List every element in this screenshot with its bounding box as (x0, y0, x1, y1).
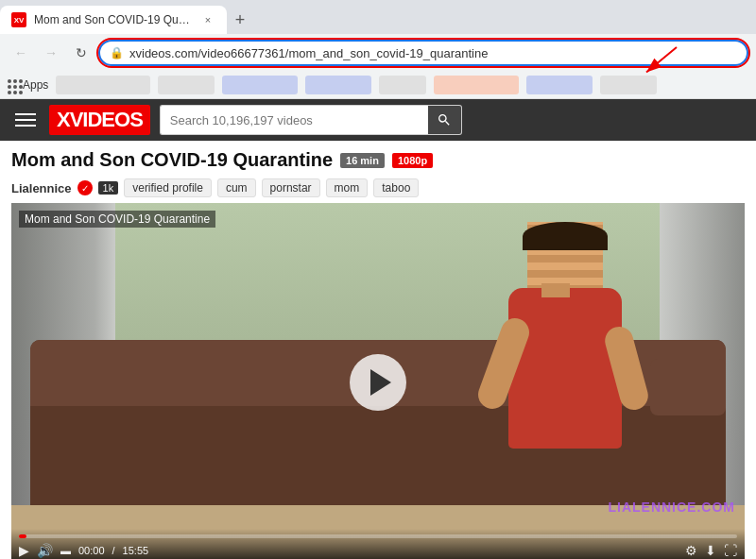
hamburger-menu-button[interactable] (11, 110, 40, 130)
video-player[interactable]: Mom and Son COVID-19 Quarantine LIALENNI… (11, 203, 745, 559)
hair (523, 222, 608, 250)
site-logo[interactable]: XVIDEOS (49, 105, 150, 135)
bookmark-item[interactable] (56, 76, 150, 94)
bookmark-item[interactable] (434, 76, 519, 94)
video-title-overlay: Mom and Son COVID-19 Quarantine (19, 211, 215, 228)
bookmark-item[interactable] (158, 76, 215, 94)
search-button[interactable] (428, 105, 462, 135)
search-input[interactable] (160, 105, 428, 135)
bookmark-item[interactable] (305, 76, 371, 94)
play-button[interactable] (350, 354, 406, 411)
back-button[interactable]: ← (8, 40, 34, 66)
time-separator: / (112, 545, 115, 556)
bookmark-item[interactable] (600, 76, 657, 94)
browser-chrome: XV Mom and Son COVID-19 Qua... × + ← → ↻… (0, 0, 756, 99)
tab-favicon: XV (11, 12, 26, 27)
volume-bar[interactable]: ▬ (60, 545, 71, 556)
progress-fill (19, 534, 26, 538)
ssl-lock-icon: 🔒 (110, 46, 124, 59)
address-bar[interactable]: 🔒 xvideos.com/video66677361/mom_and_son_… (98, 40, 748, 66)
address-bar-row: ← → ↻ 🔒 xvideos.com/video66677361/mom_an… (0, 34, 756, 72)
new-tab-button[interactable]: + (227, 7, 253, 33)
tag-verified-profile[interactable]: verified profile (124, 178, 212, 197)
neck (541, 283, 570, 297)
person (480, 222, 650, 449)
download-icon[interactable]: ⬇ (705, 543, 716, 558)
bookmarks-bar: Apps (0, 72, 756, 98)
fullscreen-icon[interactable]: ⛶ (724, 543, 737, 558)
tag-cum[interactable]: cum (217, 178, 256, 197)
progress-bar[interactable] (19, 534, 737, 538)
address-bar-container: 🔒 xvideos.com/video66677361/mom_and_son_… (98, 40, 748, 66)
tab-title: Mom and Son COVID-19 Qua... (34, 13, 193, 26)
bookmark-item[interactable] (222, 76, 298, 94)
video-title: Mom and Son COVID-19 Quarantine (11, 149, 333, 171)
bookmark-item[interactable] (379, 76, 426, 94)
time-total: 15:55 (123, 545, 149, 556)
play-pause-button[interactable]: ▶ (19, 543, 29, 558)
active-tab[interactable]: XV Mom and Son COVID-19 Qua... × (0, 6, 227, 34)
dress (508, 288, 622, 449)
settings-icon[interactable]: ⚙ (685, 543, 697, 558)
page-content: XVIDEOS Mom and Son COVID-19 Quarantine … (0, 99, 756, 559)
apps-grid-icon (8, 79, 19, 91)
couch-armrest (650, 359, 726, 415)
duration-badge: 16 min (340, 153, 385, 168)
tab-close-button[interactable]: × (200, 12, 215, 27)
controls-row: ▶ 🔊 ▬ 00:00 / 15:55 ⚙ ⬇ ⛶ (19, 543, 737, 558)
verified-icon: ✓ (77, 180, 93, 195)
video-title-row: Mom and Son COVID-19 Quarantine 16 min 1… (11, 149, 745, 171)
tab-bar: XV Mom and Son COVID-19 Qua... × + (0, 0, 756, 34)
apps-label: Apps (23, 78, 48, 92)
search-icon (437, 112, 452, 127)
tags-row: Lialennice ✓ 1k verified profile cum por… (0, 175, 756, 203)
bookmark-item[interactable] (526, 76, 593, 94)
subscriber-badge: 1k (98, 181, 119, 195)
watermark: LIALENNICE.COM (608, 500, 735, 515)
apps-bookmark[interactable]: Apps (8, 78, 48, 92)
right-controls: ⚙ ⬇ ⛶ (685, 543, 737, 558)
search-container (160, 105, 462, 135)
volume-button[interactable]: 🔊 (37, 543, 53, 558)
url-text: xvideos.com/video66677361/mom_and_son_co… (129, 46, 737, 60)
video-controls: ▶ 🔊 ▬ 00:00 / 15:55 ⚙ ⬇ ⛶ (11, 529, 745, 559)
forward-button[interactable]: → (38, 40, 64, 66)
refresh-button[interactable]: ↻ (68, 40, 94, 66)
video-title-area: Mom and Son COVID-19 Quarantine 16 min 1… (0, 142, 756, 175)
tag-pornstar[interactable]: pornstar (262, 178, 320, 197)
tag-mom[interactable]: mom (326, 178, 369, 197)
quality-badge: 1080p (392, 153, 433, 168)
bookmarks-list (56, 76, 748, 94)
tag-taboo[interactable]: taboo (373, 178, 419, 197)
time-current: 00:00 (78, 545, 105, 556)
site-header: XVIDEOS (0, 99, 756, 142)
channel-link[interactable]: Lialennice (11, 181, 72, 195)
